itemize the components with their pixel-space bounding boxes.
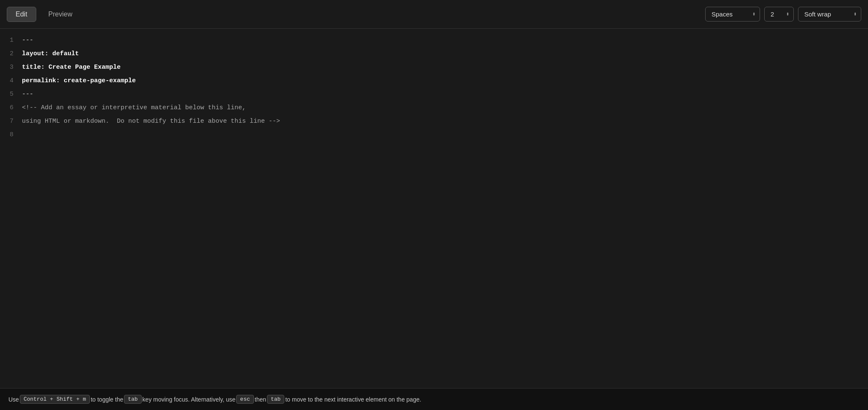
line-number: 4: [0, 74, 22, 88]
status-text-after-tab2: to move to the next interactive element …: [285, 396, 421, 403]
table-row: 6<!-- Add an essay or interpretive mater…: [0, 101, 868, 115]
table-row: 1---: [0, 34, 868, 47]
line-number: 2: [0, 47, 22, 61]
table-row: 3title: Create Page Example: [0, 61, 868, 74]
table-row: 2layout: default: [0, 47, 868, 61]
table-row: 8: [0, 128, 868, 142]
spaces-select-wrapper: Spaces Tabs ⬍: [705, 7, 760, 22]
edit-tab[interactable]: Edit: [7, 7, 36, 22]
editor-area[interactable]: 1---2layout: default3title: Create Page …: [0, 29, 868, 388]
esc-key-kbd: esc: [236, 395, 253, 404]
line-number: 1: [0, 34, 22, 47]
status-text-before-ctrl: Use: [8, 396, 19, 403]
softwrap-select-wrapper: Soft wrap No wrap ⬍: [798, 7, 861, 22]
line-number: 6: [0, 101, 22, 115]
status-text-after-esc: then: [255, 396, 266, 403]
line-content: ---: [22, 88, 33, 101]
softwrap-select[interactable]: Soft wrap No wrap: [798, 7, 861, 22]
line-content: <!-- Add an essay or interpretive materi…: [22, 101, 246, 115]
tab-key-2-kbd: tab: [267, 395, 284, 404]
code-lines: 1---2layout: default3title: Create Page …: [0, 34, 868, 142]
table-row: 4permalink: create-page-example: [0, 74, 868, 88]
table-row: 5---: [0, 88, 868, 101]
status-text-after-tab1: key moving focus. Alternatively, use: [143, 396, 236, 403]
spaces-select[interactable]: Spaces Tabs: [705, 7, 760, 22]
ctrl-shift-m-kbd: Control + Shift + m: [20, 395, 90, 404]
preview-tab[interactable]: Preview: [40, 7, 81, 22]
status-bar: Use Control + Shift + m to toggle the ta…: [0, 388, 868, 410]
line-number: 7: [0, 115, 22, 128]
line-number: 3: [0, 61, 22, 74]
toolbar-controls: Spaces Tabs ⬍ 2 4 8 ⬍ Soft wrap No wrap …: [705, 7, 861, 22]
line-number: 8: [0, 128, 22, 142]
toolbar: Edit Preview Spaces Tabs ⬍ 2 4 8 ⬍ Soft …: [0, 0, 868, 29]
line-content: permalink: create-page-example: [22, 74, 136, 88]
line-number: 5: [0, 88, 22, 101]
indent-select[interactable]: 2 4 8: [764, 7, 794, 22]
line-content: using HTML or markdown. Do not modify th…: [22, 115, 280, 128]
table-row: 7using HTML or markdown. Do not modify t…: [0, 115, 868, 128]
indent-select-wrapper: 2 4 8 ⬍: [764, 7, 794, 22]
line-content: title: Create Page Example: [22, 61, 121, 74]
tab-key-1-kbd: tab: [124, 395, 141, 404]
status-text-after-ctrl: to toggle the: [91, 396, 123, 403]
line-content: layout: default: [22, 47, 79, 61]
line-content: ---: [22, 34, 33, 47]
